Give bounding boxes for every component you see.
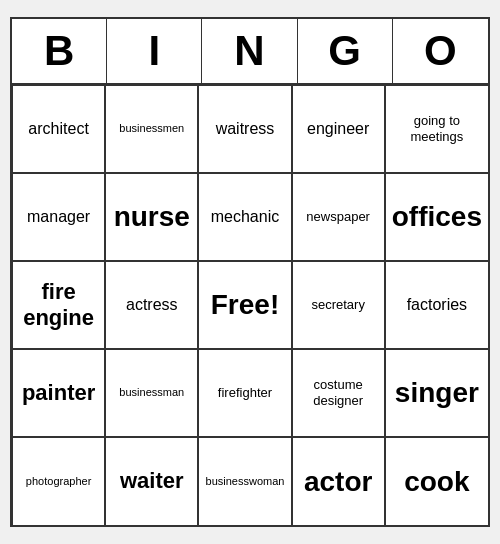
bingo-cell: businesswoman: [198, 437, 291, 525]
bingo-cell: actress: [105, 261, 198, 349]
cell-label: manager: [27, 207, 90, 226]
cell-label: architect: [28, 119, 88, 138]
header-letter: O: [393, 19, 488, 83]
header-letter: G: [298, 19, 393, 83]
bingo-cell: waiter: [105, 437, 198, 525]
bingo-cell: firefighter: [198, 349, 291, 437]
bingo-cell: costume designer: [292, 349, 385, 437]
header-letter: N: [202, 19, 297, 83]
cell-label: secretary: [311, 297, 364, 313]
bingo-header: BINGO: [12, 19, 488, 85]
bingo-cell: offices: [385, 173, 488, 261]
bingo-cell: businessman: [105, 349, 198, 437]
bingo-cell: waitress: [198, 85, 291, 173]
header-letter: I: [107, 19, 202, 83]
bingo-cell: Free!: [198, 261, 291, 349]
cell-label: firefighter: [218, 385, 272, 401]
cell-label: factories: [407, 295, 467, 314]
cell-label: engineer: [307, 119, 369, 138]
cell-label: cook: [404, 465, 469, 499]
bingo-cell: secretary: [292, 261, 385, 349]
cell-label: businessman: [119, 386, 184, 399]
cell-label: going to meetings: [392, 113, 482, 144]
bingo-cell: newspaper: [292, 173, 385, 261]
bingo-cell: mechanic: [198, 173, 291, 261]
cell-label: newspaper: [306, 209, 370, 225]
bingo-card: BINGO architectbusinessmenwaitressengine…: [10, 17, 490, 527]
cell-label: waitress: [216, 119, 275, 138]
cell-label: photographer: [26, 475, 91, 488]
cell-label: Free!: [211, 288, 279, 322]
cell-label: offices: [392, 200, 482, 234]
cell-label: mechanic: [211, 207, 279, 226]
bingo-cell: factories: [385, 261, 488, 349]
bingo-grid: architectbusinessmenwaitressengineergoin…: [12, 85, 488, 525]
bingo-cell: painter: [12, 349, 105, 437]
cell-label: costume designer: [299, 377, 378, 408]
cell-label: painter: [22, 380, 95, 406]
cell-label: actor: [304, 465, 372, 499]
bingo-cell: photographer: [12, 437, 105, 525]
cell-label: waiter: [120, 468, 184, 494]
cell-label: fire engine: [19, 279, 98, 332]
bingo-cell: manager: [12, 173, 105, 261]
cell-label: businesswoman: [206, 475, 285, 488]
header-letter: B: [12, 19, 107, 83]
bingo-cell: going to meetings: [385, 85, 488, 173]
bingo-cell: engineer: [292, 85, 385, 173]
bingo-cell: businessmen: [105, 85, 198, 173]
bingo-cell: nurse: [105, 173, 198, 261]
cell-label: nurse: [114, 200, 190, 234]
cell-label: actress: [126, 295, 178, 314]
bingo-cell: cook: [385, 437, 488, 525]
bingo-cell: architect: [12, 85, 105, 173]
cell-label: singer: [395, 376, 479, 410]
cell-label: businessmen: [119, 122, 184, 135]
bingo-cell: fire engine: [12, 261, 105, 349]
bingo-cell: singer: [385, 349, 488, 437]
bingo-cell: actor: [292, 437, 385, 525]
